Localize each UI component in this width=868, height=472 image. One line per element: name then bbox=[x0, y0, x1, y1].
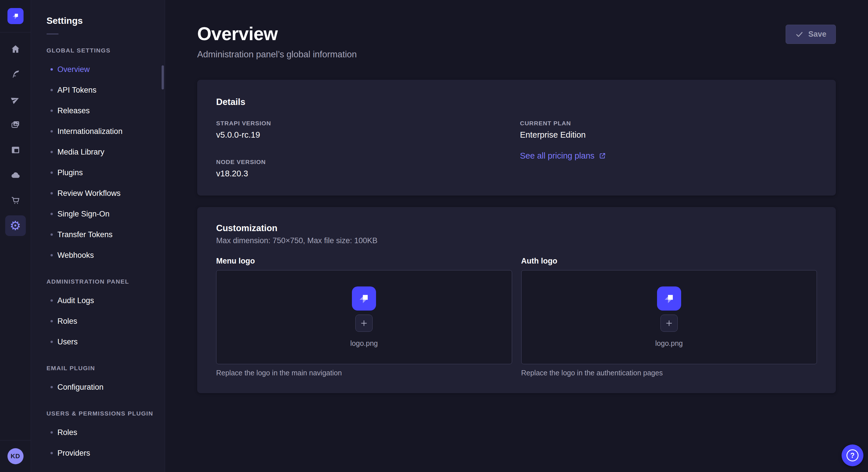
sidebar-item-email-configuration[interactable]: Configuration bbox=[46, 377, 153, 398]
sidebar-item-releases[interactable]: Releases bbox=[46, 100, 153, 121]
home-icon[interactable] bbox=[0, 36, 31, 62]
add-logo-button[interactable] bbox=[660, 314, 678, 332]
paper-plane-icon[interactable] bbox=[0, 87, 31, 112]
field-value: v18.20.3 bbox=[216, 169, 513, 178]
rail-item-settings[interactable]: ⚙ bbox=[0, 213, 31, 238]
field-label: NODE VERSION bbox=[216, 159, 513, 165]
plus-icon bbox=[665, 319, 673, 328]
bullet-icon bbox=[51, 89, 53, 91]
current-plan-field: CURRENT PLAN Enterprise Edition bbox=[520, 120, 817, 140]
auth-logo-label: Auth logo bbox=[521, 257, 817, 266]
pricing-plans-link[interactable]: See all pricing plans bbox=[520, 151, 607, 161]
bullet-icon bbox=[51, 254, 53, 256]
strapi-logo-preview bbox=[352, 286, 376, 310]
menu-logo-hint: Replace the logo in the main navigation bbox=[216, 369, 512, 377]
section-header: ADMINISTRATION PANEL bbox=[46, 278, 153, 285]
rail-bottom-section: KD bbox=[0, 440, 31, 472]
plus-icon bbox=[360, 319, 368, 328]
field-value: v5.0.0-rc.19 bbox=[216, 130, 513, 140]
logo-filename: logo.png bbox=[655, 339, 683, 347]
check-icon bbox=[795, 30, 804, 39]
subnav-section-users-permissions-plugin: USERS & PERMISSIONS PLUGIN Roles Provide… bbox=[46, 410, 153, 463]
bullet-icon bbox=[51, 320, 53, 322]
main-content: Overview Administration panel’s global i… bbox=[165, 0, 868, 472]
section-header: EMAIL PLUGIN bbox=[46, 365, 153, 372]
page-title: Overview bbox=[197, 24, 357, 45]
menu-logo-input: Menu logo logo.png Replace the logo in t… bbox=[216, 257, 512, 377]
customization-heading: Customization bbox=[216, 223, 817, 233]
strapi-logo-icon[interactable] bbox=[7, 8, 24, 24]
auth-logo-input: Auth logo logo.png Replace the logo in t… bbox=[521, 257, 817, 377]
add-logo-button[interactable] bbox=[355, 314, 373, 332]
bullet-icon bbox=[51, 130, 53, 133]
page-header: Overview Administration panel’s global i… bbox=[197, 0, 836, 60]
bullet-icon bbox=[51, 68, 53, 71]
menu-logo-label: Menu logo bbox=[216, 257, 512, 266]
sidebar-item-overview[interactable]: Overview bbox=[46, 59, 153, 80]
field-label: STRAPI VERSION bbox=[216, 120, 513, 127]
details-heading: Details bbox=[216, 97, 817, 107]
bullet-icon bbox=[51, 386, 53, 388]
subnav-section-email-plugin: EMAIL PLUGIN Configuration bbox=[46, 365, 153, 398]
customization-card: Customization Max dimension: 750×750, Ma… bbox=[197, 207, 836, 393]
bullet-icon bbox=[51, 452, 53, 454]
bullet-icon bbox=[51, 151, 53, 153]
rail-nav: ⚙ bbox=[0, 32, 31, 238]
sidebar-item-webhooks[interactable]: Webhooks bbox=[46, 245, 153, 266]
bullet-icon bbox=[51, 431, 53, 434]
node-version-field: NODE VERSION v18.20.3 bbox=[216, 159, 513, 178]
section-header: GLOBAL SETTINGS bbox=[46, 47, 153, 54]
bullet-icon bbox=[51, 341, 53, 343]
auth-logo-hint: Replace the logo in the authentication p… bbox=[521, 369, 817, 377]
external-link-icon bbox=[598, 152, 606, 160]
sidebar-item-admin-users[interactable]: Users bbox=[46, 332, 153, 352]
bullet-icon bbox=[51, 109, 53, 112]
customization-subheading: Max dimension: 750×750, Max file size: 1… bbox=[216, 236, 817, 245]
avatar[interactable]: KD bbox=[7, 448, 24, 464]
field-label: CURRENT PLAN bbox=[520, 120, 817, 127]
sidebar-item-up-providers[interactable]: Providers bbox=[46, 443, 153, 463]
images-icon[interactable] bbox=[0, 112, 31, 137]
bullet-icon bbox=[51, 171, 53, 174]
bullet-icon bbox=[51, 233, 53, 236]
bullet-icon bbox=[51, 213, 53, 215]
details-card: Details STRAPI VERSION v5.0.0-rc.19 NODE… bbox=[197, 80, 836, 196]
sidebar-item-single-sign-on[interactable]: Single Sign-On bbox=[46, 204, 153, 224]
sidebar-item-transfer-tokens[interactable]: Transfer Tokens bbox=[46, 224, 153, 245]
logo-filename: logo.png bbox=[350, 339, 378, 347]
menu-logo-dropzone[interactable]: logo.png bbox=[216, 270, 512, 364]
save-button[interactable]: Save bbox=[786, 25, 836, 44]
feather-icon[interactable] bbox=[0, 62, 31, 87]
sidebar-item-internationalization[interactable]: Internationalization bbox=[46, 121, 153, 142]
rail-logo-section bbox=[0, 0, 31, 32]
help-button[interactable]: ? bbox=[842, 444, 863, 466]
sidebar-item-admin-roles[interactable]: Roles bbox=[46, 311, 153, 332]
subnav-section-administration-panel: ADMINISTRATION PANEL Audit Logs Roles Us… bbox=[46, 278, 153, 352]
strapi-version-field: STRAPI VERSION v5.0.0-rc.19 bbox=[216, 120, 513, 140]
layout-icon[interactable] bbox=[0, 137, 31, 163]
cloud-icon[interactable] bbox=[0, 163, 31, 188]
auth-logo-dropzone[interactable]: logo.png bbox=[521, 270, 817, 364]
bullet-icon bbox=[51, 192, 53, 194]
sidebar-item-review-workflows[interactable]: Review Workflows bbox=[46, 183, 153, 204]
cart-icon[interactable] bbox=[0, 188, 31, 213]
sidebar-item-api-tokens[interactable]: API Tokens bbox=[46, 80, 153, 100]
gear-icon: ⚙ bbox=[5, 215, 26, 236]
page-subtitle: Administration panel’s global informatio… bbox=[197, 49, 357, 60]
settings-subnav: Settings GLOBAL SETTINGS Overview API To… bbox=[31, 0, 165, 472]
question-mark-icon: ? bbox=[846, 449, 859, 461]
subnav-section-global-settings: GLOBAL SETTINGS Overview API Tokens Rele… bbox=[46, 47, 153, 266]
icon-rail: ⚙ KD bbox=[0, 0, 31, 472]
sidebar-item-media-library[interactable]: Media Library bbox=[46, 142, 153, 162]
subnav-title: Settings bbox=[46, 15, 153, 26]
bullet-icon bbox=[51, 299, 53, 302]
sidebar-item-plugins[interactable]: Plugins bbox=[46, 162, 153, 183]
section-header: USERS & PERMISSIONS PLUGIN bbox=[46, 410, 153, 417]
subnav-scrollbar[interactable] bbox=[162, 65, 164, 90]
strapi-logo-preview bbox=[657, 286, 681, 310]
sidebar-item-audit-logs[interactable]: Audit Logs bbox=[46, 290, 153, 311]
sidebar-item-up-roles[interactable]: Roles bbox=[46, 422, 153, 443]
field-value: Enterprise Edition bbox=[520, 130, 817, 140]
subnav-divider bbox=[46, 34, 59, 34]
